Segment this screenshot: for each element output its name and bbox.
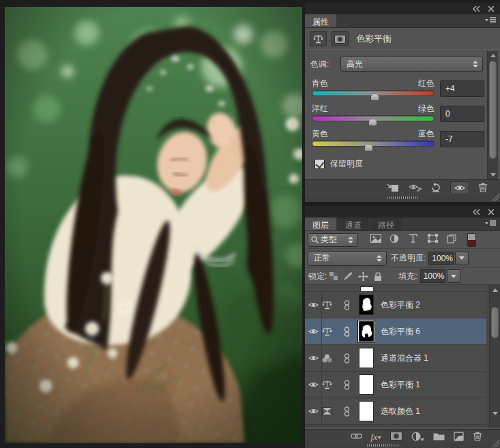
select-stepper-icon <box>473 61 478 68</box>
layer-row-channel-mixer-1[interactable]: 通道混合器 1 <box>305 345 486 372</box>
visibility-eye-icon[interactable] <box>305 345 322 371</box>
mask-link-icon[interactable] <box>344 327 355 337</box>
layer-mask-thumbnail[interactable] <box>359 295 374 315</box>
layer-mask-thumbnail[interactable] <box>360 286 374 291</box>
layers-resize-grip[interactable] <box>305 443 500 448</box>
collapse-panel-icon[interactable] <box>473 209 480 215</box>
preserve-luminosity-checkbox[interactable] <box>314 159 325 169</box>
reset-adjustment-icon[interactable] <box>430 183 441 192</box>
filter-smart-objects-icon[interactable] <box>447 234 460 246</box>
layer-row-selective-color-1[interactable]: 选取颜色 1 <box>305 398 486 425</box>
green-label: 绿色 <box>418 103 435 115</box>
blend-mode-select[interactable]: 正常 <box>308 251 387 266</box>
layer-filter-toggle[interactable] <box>467 233 476 247</box>
filter-kind-select[interactable]: 类型 <box>308 233 358 247</box>
layer-row-color-balance-2[interactable]: 色彩平衡 2 <box>305 292 486 318</box>
tab-properties[interactable]: 属性 <box>305 14 336 27</box>
red-label: 红色 <box>418 78 435 89</box>
lock-image-pixels-brush-icon[interactable] <box>343 272 353 281</box>
yellow-blue-value[interactable]: -7 <box>440 131 484 147</box>
yellow-blue-slider-group: 黄色 蓝色 -7 <box>305 128 500 153</box>
lock-transparent-pixels-icon[interactable] <box>329 272 338 280</box>
close-panel-icon[interactable] <box>488 209 494 215</box>
new-adjustment-layer-icon[interactable] <box>411 432 424 441</box>
layer-row-partial[interactable] <box>305 285 486 292</box>
delete-adjustment-trash-icon[interactable] <box>478 183 488 192</box>
layers-panel-titlebar <box>305 206 500 218</box>
color-balance-adjustment-icon <box>310 31 327 46</box>
magenta-green-value[interactable]: 0 <box>440 106 484 122</box>
blend-mode-row: 正常 不透明度: 100% <box>305 249 500 268</box>
opacity-value[interactable]: 100% <box>428 252 454 265</box>
mask-link-icon[interactable] <box>344 353 355 363</box>
visibility-eye-icon[interactable] <box>305 398 322 424</box>
cyan-red-slider-group: 青色 红色 +4 <box>305 77 500 102</box>
layer-style-fx-icon[interactable]: fx <box>371 430 381 443</box>
layers-tabrow: 图层 通道 路径 <box>305 218 500 231</box>
tab-channels[interactable]: 通道 <box>338 218 369 230</box>
filter-pixel-layers-icon[interactable] <box>370 234 383 246</box>
layer-name[interactable]: 选取颜色 1 <box>381 406 420 417</box>
properties-toolbar <box>305 179 500 195</box>
layers-scrollbar[interactable] <box>489 285 500 428</box>
layer-mask-thumbnail[interactable] <box>359 401 374 421</box>
cyan-red-value[interactable]: +4 <box>440 80 484 97</box>
close-panel-icon[interactable] <box>488 6 494 12</box>
properties-scrollbar[interactable] <box>487 51 498 179</box>
lock-all-padlock-icon[interactable] <box>374 272 382 281</box>
layers-toolbar: fx <box>305 429 500 443</box>
select-stepper-icon <box>377 255 382 262</box>
layer-list: 色彩平衡 2 色彩平衡 6 <box>305 285 500 428</box>
tab-layers[interactable]: 图层 <box>305 218 336 230</box>
tab-paths[interactable]: 路径 <box>370 218 402 230</box>
new-group-folder-icon[interactable] <box>433 432 445 440</box>
tone-value: 高光 <box>347 59 363 70</box>
mask-link-icon[interactable] <box>344 300 355 310</box>
adjustment-title: 色彩平衡 <box>356 33 392 45</box>
filter-adjustment-layers-icon[interactable] <box>389 234 402 246</box>
toggle-visibility-button[interactable] <box>450 181 469 194</box>
document-canvas[interactable] <box>5 7 302 443</box>
properties-resize-grip[interactable] <box>305 195 500 202</box>
tone-select[interactable]: 高光 <box>340 57 483 72</box>
layer-row-color-balance-6-selected[interactable]: 色彩平衡 6 <box>305 318 486 345</box>
opacity-dropdown-button[interactable] <box>455 252 469 265</box>
properties-panel: 属性 色彩平衡 色调: 高光 <box>305 3 500 202</box>
add-layer-mask-icon[interactable] <box>390 432 402 440</box>
layer-name[interactable]: 通道混合器 1 <box>381 353 428 364</box>
visibility-eye-icon[interactable] <box>305 292 322 318</box>
delete-layer-trash-icon[interactable] <box>473 432 482 441</box>
layer-name[interactable]: 色彩平衡 2 <box>381 299 420 311</box>
layers-panel: 图层 通道 路径 类型 <box>305 206 500 448</box>
properties-body: 色彩平衡 色调: 高光 青色 红色 +4 洋红 <box>305 28 500 179</box>
layer-mask-icon[interactable] <box>332 31 349 46</box>
layer-row-color-balance-1[interactable]: 色彩平衡 1 <box>305 372 486 398</box>
fill-value[interactable]: 100% <box>420 269 445 283</box>
yellow-blue-track[interactable] <box>312 140 435 147</box>
opacity-label: 不透明度: <box>391 252 426 264</box>
layer-name[interactable]: 色彩平衡 6 <box>381 326 420 338</box>
view-previous-state-icon[interactable] <box>408 183 422 192</box>
channel-mixer-icon <box>322 354 344 363</box>
mask-link-icon[interactable] <box>344 406 355 417</box>
collapse-panel-icon[interactable] <box>473 6 480 12</box>
panel-menu-icon[interactable] <box>485 220 496 227</box>
lock-position-move-icon[interactable] <box>358 271 368 282</box>
visibility-eye-icon[interactable] <box>305 318 322 344</box>
layer-mask-thumbnail-selected[interactable] <box>359 321 374 342</box>
layer-mask-thumbnail[interactable] <box>359 374 374 395</box>
new-layer-icon[interactable] <box>454 432 464 441</box>
filter-shape-layers-icon[interactable] <box>428 234 441 246</box>
panel-menu-icon[interactable] <box>485 17 496 24</box>
filter-kind-value: 类型 <box>321 234 337 245</box>
selective-color-icon <box>322 407 344 415</box>
layers-body: 类型 <box>305 231 500 429</box>
fill-dropdown-button[interactable] <box>447 269 460 283</box>
mask-link-icon[interactable] <box>344 380 355 390</box>
layer-name[interactable]: 色彩平衡 1 <box>381 379 420 391</box>
layer-mask-thumbnail[interactable] <box>359 348 374 368</box>
visibility-eye-icon[interactable] <box>305 372 322 398</box>
filter-type-layers-icon[interactable] <box>409 234 422 246</box>
clip-to-layer-icon[interactable] <box>387 183 399 192</box>
link-layers-icon[interactable] <box>351 433 362 439</box>
